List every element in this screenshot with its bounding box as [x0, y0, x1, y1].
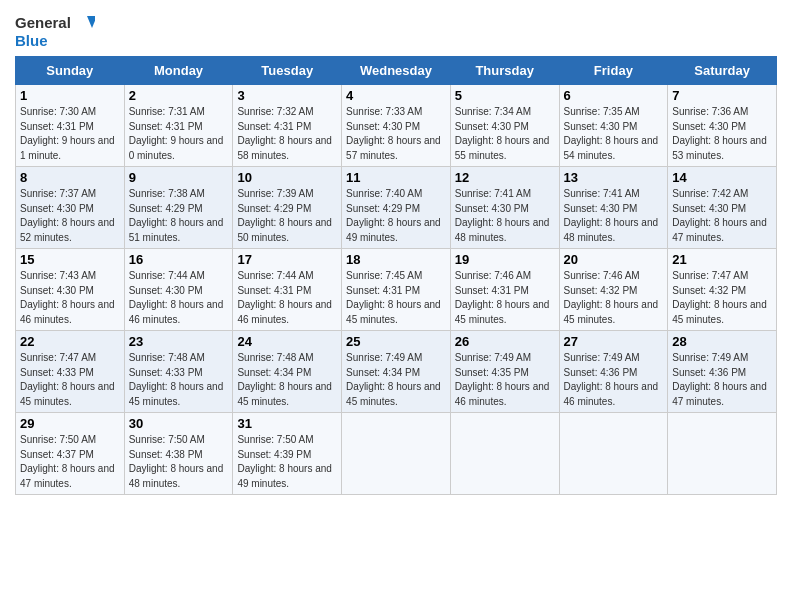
column-header-sunday: Sunday [16, 57, 125, 85]
day-info: Sunrise: 7:38 AM Sunset: 4:29 PM Dayligh… [129, 187, 229, 245]
calendar-cell: 31 Sunrise: 7:50 AM Sunset: 4:39 PM Dayl… [233, 413, 342, 495]
day-info: Sunrise: 7:33 AM Sunset: 4:30 PM Dayligh… [346, 105, 446, 163]
day-info: Sunrise: 7:49 AM Sunset: 4:36 PM Dayligh… [564, 351, 664, 409]
day-info: Sunrise: 7:37 AM Sunset: 4:30 PM Dayligh… [20, 187, 120, 245]
calendar-cell: 6 Sunrise: 7:35 AM Sunset: 4:30 PM Dayli… [559, 85, 668, 167]
day-info: Sunrise: 7:42 AM Sunset: 4:30 PM Dayligh… [672, 187, 772, 245]
calendar-cell: 14 Sunrise: 7:42 AM Sunset: 4:30 PM Dayl… [668, 167, 777, 249]
svg-marker-2 [87, 16, 95, 28]
day-number: 1 [20, 88, 120, 103]
column-header-tuesday: Tuesday [233, 57, 342, 85]
day-number: 23 [129, 334, 229, 349]
day-info: Sunrise: 7:44 AM Sunset: 4:30 PM Dayligh… [129, 269, 229, 327]
column-header-wednesday: Wednesday [342, 57, 451, 85]
column-header-saturday: Saturday [668, 57, 777, 85]
header: General Blue [15, 10, 777, 50]
calendar-week-row: 1 Sunrise: 7:30 AM Sunset: 4:31 PM Dayli… [16, 85, 777, 167]
calendar-cell: 20 Sunrise: 7:46 AM Sunset: 4:32 PM Dayl… [559, 249, 668, 331]
calendar-cell: 3 Sunrise: 7:32 AM Sunset: 4:31 PM Dayli… [233, 85, 342, 167]
day-number: 3 [237, 88, 337, 103]
day-number: 7 [672, 88, 772, 103]
day-info: Sunrise: 7:47 AM Sunset: 4:33 PM Dayligh… [20, 351, 120, 409]
day-number: 27 [564, 334, 664, 349]
calendar-cell [450, 413, 559, 495]
day-number: 9 [129, 170, 229, 185]
calendar-week-row: 15 Sunrise: 7:43 AM Sunset: 4:30 PM Dayl… [16, 249, 777, 331]
calendar-cell: 22 Sunrise: 7:47 AM Sunset: 4:33 PM Dayl… [16, 331, 125, 413]
day-info: Sunrise: 7:46 AM Sunset: 4:31 PM Dayligh… [455, 269, 555, 327]
day-number: 17 [237, 252, 337, 267]
column-header-monday: Monday [124, 57, 233, 85]
day-number: 28 [672, 334, 772, 349]
day-info: Sunrise: 7:48 AM Sunset: 4:33 PM Dayligh… [129, 351, 229, 409]
calendar-cell: 27 Sunrise: 7:49 AM Sunset: 4:36 PM Dayl… [559, 331, 668, 413]
calendar-week-row: 22 Sunrise: 7:47 AM Sunset: 4:33 PM Dayl… [16, 331, 777, 413]
day-number: 31 [237, 416, 337, 431]
day-number: 8 [20, 170, 120, 185]
day-number: 24 [237, 334, 337, 349]
calendar-cell: 9 Sunrise: 7:38 AM Sunset: 4:29 PM Dayli… [124, 167, 233, 249]
day-info: Sunrise: 7:30 AM Sunset: 4:31 PM Dayligh… [20, 105, 120, 163]
calendar-table: SundayMondayTuesdayWednesdayThursdayFrid… [15, 56, 777, 495]
day-info: Sunrise: 7:43 AM Sunset: 4:30 PM Dayligh… [20, 269, 120, 327]
calendar-cell: 29 Sunrise: 7:50 AM Sunset: 4:37 PM Dayl… [16, 413, 125, 495]
day-info: Sunrise: 7:44 AM Sunset: 4:31 PM Dayligh… [237, 269, 337, 327]
calendar-cell: 12 Sunrise: 7:41 AM Sunset: 4:30 PM Dayl… [450, 167, 559, 249]
day-number: 22 [20, 334, 120, 349]
calendar-cell: 11 Sunrise: 7:40 AM Sunset: 4:29 PM Dayl… [342, 167, 451, 249]
day-info: Sunrise: 7:49 AM Sunset: 4:36 PM Dayligh… [672, 351, 772, 409]
day-info: Sunrise: 7:50 AM Sunset: 4:38 PM Dayligh… [129, 433, 229, 491]
calendar-cell: 19 Sunrise: 7:46 AM Sunset: 4:31 PM Dayl… [450, 249, 559, 331]
day-number: 12 [455, 170, 555, 185]
calendar-cell: 15 Sunrise: 7:43 AM Sunset: 4:30 PM Dayl… [16, 249, 125, 331]
day-number: 30 [129, 416, 229, 431]
day-number: 20 [564, 252, 664, 267]
day-info: Sunrise: 7:40 AM Sunset: 4:29 PM Dayligh… [346, 187, 446, 245]
day-info: Sunrise: 7:45 AM Sunset: 4:31 PM Dayligh… [346, 269, 446, 327]
day-number: 26 [455, 334, 555, 349]
day-info: Sunrise: 7:34 AM Sunset: 4:30 PM Dayligh… [455, 105, 555, 163]
calendar-cell: 1 Sunrise: 7:30 AM Sunset: 4:31 PM Dayli… [16, 85, 125, 167]
day-info: Sunrise: 7:48 AM Sunset: 4:34 PM Dayligh… [237, 351, 337, 409]
calendar-cell: 8 Sunrise: 7:37 AM Sunset: 4:30 PM Dayli… [16, 167, 125, 249]
day-number: 18 [346, 252, 446, 267]
day-number: 29 [20, 416, 120, 431]
logo-svg: General Blue [15, 10, 95, 50]
day-number: 16 [129, 252, 229, 267]
calendar-cell: 23 Sunrise: 7:48 AM Sunset: 4:33 PM Dayl… [124, 331, 233, 413]
day-info: Sunrise: 7:50 AM Sunset: 4:37 PM Dayligh… [20, 433, 120, 491]
day-info: Sunrise: 7:49 AM Sunset: 4:34 PM Dayligh… [346, 351, 446, 409]
calendar-week-row: 8 Sunrise: 7:37 AM Sunset: 4:30 PM Dayli… [16, 167, 777, 249]
svg-text:Blue: Blue [15, 32, 48, 49]
calendar-cell: 30 Sunrise: 7:50 AM Sunset: 4:38 PM Dayl… [124, 413, 233, 495]
day-info: Sunrise: 7:50 AM Sunset: 4:39 PM Dayligh… [237, 433, 337, 491]
day-number: 19 [455, 252, 555, 267]
calendar-cell: 18 Sunrise: 7:45 AM Sunset: 4:31 PM Dayl… [342, 249, 451, 331]
logo: General Blue [15, 10, 95, 50]
day-number: 10 [237, 170, 337, 185]
svg-text:General: General [15, 14, 71, 31]
day-number: 6 [564, 88, 664, 103]
day-number: 5 [455, 88, 555, 103]
day-info: Sunrise: 7:41 AM Sunset: 4:30 PM Dayligh… [455, 187, 555, 245]
calendar-cell: 4 Sunrise: 7:33 AM Sunset: 4:30 PM Dayli… [342, 85, 451, 167]
day-info: Sunrise: 7:47 AM Sunset: 4:32 PM Dayligh… [672, 269, 772, 327]
calendar-cell: 2 Sunrise: 7:31 AM Sunset: 4:31 PM Dayli… [124, 85, 233, 167]
day-info: Sunrise: 7:36 AM Sunset: 4:30 PM Dayligh… [672, 105, 772, 163]
calendar-cell: 13 Sunrise: 7:41 AM Sunset: 4:30 PM Dayl… [559, 167, 668, 249]
day-number: 21 [672, 252, 772, 267]
day-info: Sunrise: 7:39 AM Sunset: 4:29 PM Dayligh… [237, 187, 337, 245]
calendar-cell: 28 Sunrise: 7:49 AM Sunset: 4:36 PM Dayl… [668, 331, 777, 413]
calendar-cell: 24 Sunrise: 7:48 AM Sunset: 4:34 PM Dayl… [233, 331, 342, 413]
column-header-friday: Friday [559, 57, 668, 85]
calendar-cell: 26 Sunrise: 7:49 AM Sunset: 4:35 PM Dayl… [450, 331, 559, 413]
day-info: Sunrise: 7:46 AM Sunset: 4:32 PM Dayligh… [564, 269, 664, 327]
day-info: Sunrise: 7:41 AM Sunset: 4:30 PM Dayligh… [564, 187, 664, 245]
day-number: 14 [672, 170, 772, 185]
day-info: Sunrise: 7:49 AM Sunset: 4:35 PM Dayligh… [455, 351, 555, 409]
calendar-cell: 10 Sunrise: 7:39 AM Sunset: 4:29 PM Dayl… [233, 167, 342, 249]
calendar-cell: 7 Sunrise: 7:36 AM Sunset: 4:30 PM Dayli… [668, 85, 777, 167]
calendar-cell [342, 413, 451, 495]
calendar-cell: 16 Sunrise: 7:44 AM Sunset: 4:30 PM Dayl… [124, 249, 233, 331]
day-number: 2 [129, 88, 229, 103]
